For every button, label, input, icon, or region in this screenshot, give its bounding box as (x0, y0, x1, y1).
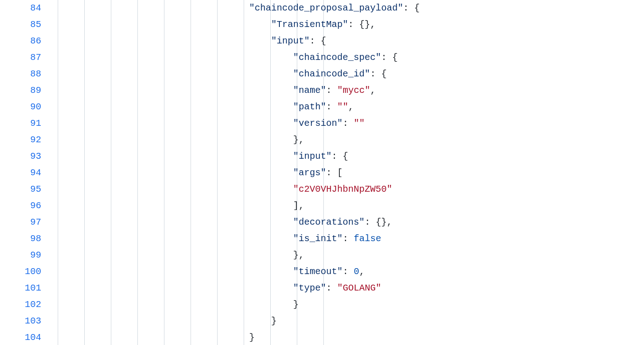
line-number: 93 (0, 148, 41, 165)
code-line: } (51, 313, 644, 329)
token-p: : [ (326, 167, 343, 178)
token-p: : { (381, 52, 398, 63)
token-p: : (326, 85, 337, 96)
token-k: "args" (293, 167, 326, 178)
code-column: "chaincode_proposal_payload": { "Transie… (51, 0, 644, 345)
token-k: "TransientMap" (271, 19, 348, 30)
token-p: } (249, 332, 255, 343)
line-number: 100 (0, 264, 41, 280)
token-n: 0 (354, 266, 359, 277)
code-line: "c2V0VHJhbnNpZW50" (51, 181, 644, 198)
line-number: 103 (0, 313, 41, 329)
code-line: } (51, 296, 644, 313)
line-number: 89 (0, 82, 41, 99)
code-line: }, (51, 132, 644, 148)
line-number: 101 (0, 280, 41, 296)
line-number: 88 (0, 66, 41, 82)
token-p: : { (370, 69, 387, 79)
token-k: "decorations" (293, 217, 365, 227)
token-p: : (326, 283, 337, 293)
token-k: "chaincode_id" (293, 69, 370, 79)
token-p: , (348, 102, 354, 112)
line-number: 84 (0, 0, 41, 16)
line-number: 98 (0, 231, 41, 247)
code-line: "timeout": 0, (51, 264, 644, 280)
token-p: : (343, 233, 354, 244)
token-k: "version" (293, 118, 343, 129)
token-k: "chaincode_proposal_payload" (249, 3, 403, 13)
token-s: "" (337, 102, 348, 112)
token-p: : { (403, 3, 420, 13)
code-line: "chaincode_proposal_payload": { (51, 0, 644, 16)
token-p: : (326, 102, 337, 112)
code-line: "version": "" (51, 115, 644, 132)
line-number: 95 (0, 181, 41, 198)
token-p: : (343, 118, 354, 129)
code-line: } (51, 329, 644, 345)
line-number: 91 (0, 115, 41, 132)
code-line: "path": "", (51, 99, 644, 115)
code-line: "chaincode_spec": { (51, 49, 644, 66)
code-line: "input": { (51, 148, 644, 165)
token-p: ], (293, 200, 304, 211)
token-p: } (293, 299, 299, 310)
line-number: 90 (0, 99, 41, 115)
code-content[interactable]: "chaincode_proposal_payload": { "Transie… (51, 0, 644, 345)
token-s: "GOLANG" (337, 283, 381, 293)
token-k: "timeout" (293, 266, 343, 277)
line-number-gutter: 8485868788899091929394959697989910010110… (0, 0, 51, 345)
line-number: 86 (0, 33, 41, 49)
line-number: 87 (0, 49, 41, 66)
code-line: "args": [ (51, 165, 644, 181)
line-number: 99 (0, 247, 41, 264)
token-s: "" (354, 118, 365, 129)
code-line: "chaincode_id": { (51, 66, 644, 82)
token-k: "name" (293, 85, 326, 96)
token-p: } (271, 316, 277, 326)
line-number: 104 (0, 329, 41, 345)
token-s: "mycc" (337, 85, 370, 96)
line-number: 94 (0, 165, 41, 181)
line-number: 96 (0, 198, 41, 214)
token-b: false (354, 233, 381, 244)
line-number: 85 (0, 16, 41, 33)
token-p: }, (293, 250, 304, 260)
token-p: }, (293, 135, 304, 145)
token-k: "type" (293, 283, 326, 293)
code-editor: 8485868788899091929394959697989910010110… (0, 0, 644, 345)
code-line: "TransientMap": {}, (51, 16, 644, 33)
token-p: , (370, 85, 376, 96)
code-line: "name": "mycc", (51, 82, 644, 99)
line-number: 92 (0, 132, 41, 148)
token-k: "path" (293, 102, 326, 112)
token-p: : { (310, 36, 326, 46)
token-p: : { (332, 151, 348, 162)
code-line: "is_init": false (51, 231, 644, 247)
code-line: "type": "GOLANG" (51, 280, 644, 296)
line-number: 97 (0, 214, 41, 231)
code-line: "input": { (51, 33, 644, 49)
token-p: : {}, (365, 217, 392, 227)
token-k: "is_init" (293, 233, 343, 244)
token-p: : {}, (348, 19, 376, 30)
token-s: "c2V0VHJhbnNpZW50" (293, 184, 392, 194)
code-line: }, (51, 247, 644, 264)
code-line: "decorations": {}, (51, 214, 644, 231)
token-k: "input" (271, 36, 310, 46)
token-k: "chaincode_spec" (293, 52, 381, 63)
token-p: , (359, 266, 365, 277)
token-k: "input" (293, 151, 332, 162)
token-p: : (343, 266, 354, 277)
line-number: 102 (0, 296, 41, 313)
code-line: ], (51, 198, 644, 214)
